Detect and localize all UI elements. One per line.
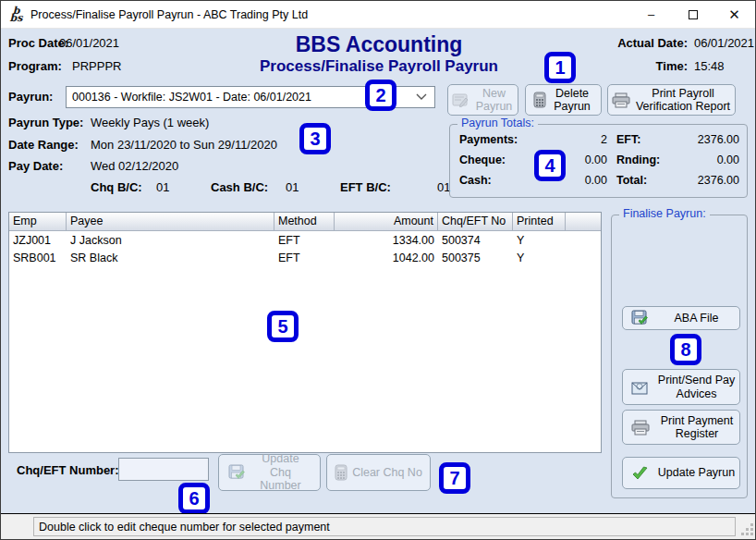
payments-table[interactable]: Emp Payee Method Amount Chq/EFT No Print… — [8, 212, 602, 453]
col-header-payee[interactable]: Payee — [67, 213, 274, 230]
status-bar: Double click to edit cheque number for s… — [1, 513, 756, 539]
maximize-icon[interactable] — [672, 1, 713, 28]
update-payrun-button[interactable]: Update Payrun — [622, 457, 740, 489]
annotation-2: 2 — [365, 80, 396, 111]
cell-method: EFT — [274, 252, 335, 266]
payrun-totals-group: Payrun Totals: Payments: 2 EFT: 2376.00 … — [449, 124, 748, 198]
col-header-printed[interactable]: Printed — [513, 213, 566, 230]
cheque-label: Cheque: — [459, 153, 541, 166]
annotation-5: 5 — [267, 311, 299, 342]
cell-printed: Y — [513, 234, 566, 249]
cell-payee: SR Black — [67, 252, 274, 266]
payrun-label: Payrun: — [8, 90, 53, 104]
rnding-value: 0.00 — [668, 153, 739, 166]
payments-table-header: Emp Payee Method Amount Chq/EFT No Print… — [9, 213, 601, 231]
mail-icon — [631, 380, 649, 395]
delete-payrun-icon — [533, 92, 546, 108]
cell-printed: Y — [513, 252, 566, 266]
chq-eft-number-input[interactable] — [118, 458, 209, 481]
cell-chq: 500375 — [438, 252, 513, 266]
col-header-method[interactable]: Method — [274, 213, 335, 230]
payrun-type-value: Weekly Pays (1 week) — [91, 116, 209, 129]
eft-bc-label: EFT B/C: — [340, 180, 391, 194]
resize-grip-icon[interactable] — [741, 523, 753, 535]
cell-chq: 500374 — [438, 234, 513, 249]
app-window: bbs Process/Finalise Payroll Payrun - AB… — [0, 0, 756, 540]
annotation-8: 8 — [670, 334, 701, 365]
payrun-type-label: Payrun Type: — [8, 116, 83, 129]
annotation-4: 4 — [534, 150, 566, 181]
payments-label: Payments: — [459, 133, 541, 146]
col-header-filler — [566, 213, 601, 230]
table-row[interactable]: SRB001 SR Black EFT 1042.00 500375 Y — [9, 252, 601, 266]
cash-bc-value: 01 — [286, 180, 299, 194]
time-label: Time: — [616, 59, 688, 73]
delete-payrun-label: Delete Payrun — [551, 87, 593, 114]
print-icon — [612, 92, 630, 108]
cell-method: EFT — [274, 234, 335, 249]
chq-eft-number-label: Chq/EFT Number: — [17, 463, 119, 477]
print-send-pay-advices-button[interactable]: Print/Send Pay Advices — [622, 369, 740, 405]
cell-emp: JZJ001 — [9, 234, 67, 249]
app-icon: bbs — [8, 6, 24, 22]
chq-bc-value: 01 — [156, 180, 169, 194]
clear-chq-no-label: Clear Chq No — [352, 466, 422, 479]
col-header-emp[interactable]: Emp — [9, 213, 67, 230]
aba-file-button[interactable]: ABA File — [622, 306, 740, 330]
cash-bc-label: Cash B/C: — [211, 180, 268, 194]
annotation-1: 1 — [544, 52, 576, 83]
pay-date-value: Wed 02/12/2020 — [91, 159, 178, 173]
update-payrun-label: Update Payrun — [653, 466, 739, 479]
cell-amount: 1334.00 — [335, 234, 438, 249]
total-value: 2376.00 — [668, 174, 739, 187]
cash-label: Cash: — [459, 174, 541, 187]
payments-value: 2 — [541, 133, 607, 146]
status-message: Double click to edit cheque number for s… — [33, 517, 736, 536]
total-label: Total: — [607, 174, 668, 187]
cell-emp: SRB001 — [9, 252, 67, 266]
chq-bc-label: Chq B/C: — [91, 180, 142, 194]
table-row[interactable]: JZJ001 J Jackson EFT 1334.00 500374 Y — [9, 234, 601, 249]
print-verification-label: Print Payroll Verification Report — [635, 87, 731, 114]
update-chq-number-label: Update Chq Number — [250, 452, 311, 492]
window-title: Process/Finalise Payroll Payrun - ABC Tr… — [30, 8, 630, 21]
close-icon[interactable]: ✕ — [713, 1, 755, 28]
print-payment-register-label: Print Payment Register — [654, 414, 739, 441]
new-payrun-label: New Payrun — [474, 87, 515, 114]
print-verification-button[interactable]: Print Payroll Verification Report — [607, 84, 736, 116]
new-payrun-button[interactable]: New Payrun — [447, 84, 518, 116]
chevron-down-icon — [416, 93, 427, 101]
col-header-amount[interactable]: Amount — [335, 213, 438, 230]
print-icon — [631, 420, 650, 436]
title-bar: bbs Process/Finalise Payroll Payrun - AB… — [1, 1, 755, 29]
print-payment-register-button[interactable]: Print Payment Register — [622, 410, 740, 445]
print-send-pay-advices-label: Print/Send Pay Advices — [653, 374, 739, 400]
rnding-label: Rnding: — [607, 153, 668, 166]
eft-label: EFT: — [607, 133, 668, 146]
update-chq-number-button[interactable]: Update Chq Number — [218, 454, 321, 491]
date-range-value: Mon 23/11/2020 to Sun 29/11/2020 — [91, 138, 277, 152]
update-chq-icon — [228, 464, 246, 481]
minimize-icon[interactable]: – — [630, 1, 672, 28]
finalise-payrun-title: Finalise Payrun: — [619, 207, 710, 220]
clear-chq-no-button[interactable]: Clear Chq No — [326, 454, 431, 491]
payrun-totals-title: Payrun Totals: — [457, 117, 538, 129]
clear-chq-icon — [335, 464, 348, 481]
actual-date-label: Actual Date: — [616, 36, 688, 50]
cell-amount: 1042.00 — [335, 252, 438, 266]
date-range-label: Date Range: — [8, 138, 79, 152]
eft-value: 2376.00 — [668, 133, 739, 146]
payrun-select-value: 000136 - Workfile: JS2W01 - Date: 06/01/… — [72, 91, 311, 104]
col-header-chq[interactable]: Chq/EFT No — [438, 213, 513, 230]
new-payrun-icon — [452, 92, 469, 108]
cell-payee: J Jackson — [67, 234, 274, 249]
delete-payrun-button[interactable]: Delete Payrun — [525, 84, 602, 116]
green-check-icon — [631, 466, 649, 481]
aba-file-label: ABA File — [653, 312, 739, 325]
annotation-7: 7 — [439, 462, 470, 494]
annotation-3: 3 — [299, 123, 331, 154]
actual-date-value: 06/01/2021 — [694, 36, 754, 50]
time-value: 15:48 — [694, 59, 725, 73]
pay-date-label: Pay Date: — [8, 159, 63, 173]
aba-file-icon — [631, 310, 649, 326]
